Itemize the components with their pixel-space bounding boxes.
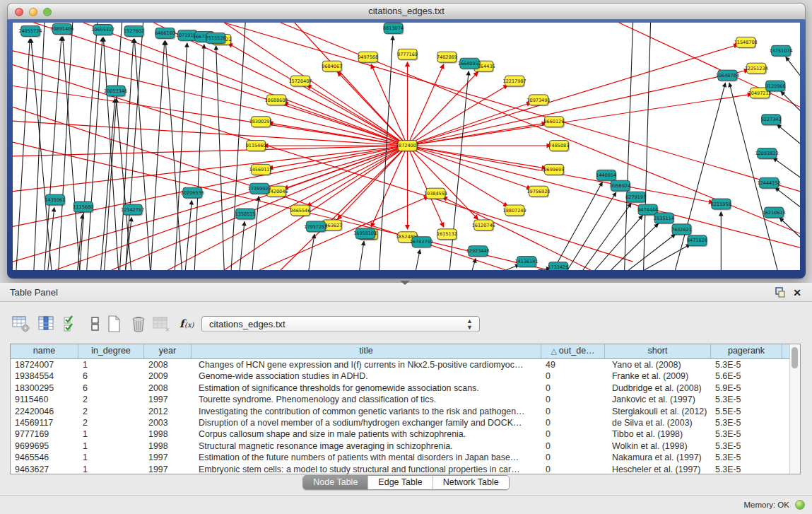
network-node[interactable]: 6466160 bbox=[155, 28, 175, 39]
network-edge[interactable] bbox=[360, 241, 364, 270]
table-cell[interactable]: Estimation of the future numbers of pati… bbox=[192, 452, 541, 463]
network-edge[interactable] bbox=[629, 234, 676, 270]
network-node[interactable]: 10688609 bbox=[265, 95, 288, 106]
network-node[interactable]: 17359928 bbox=[248, 183, 271, 194]
table-cell[interactable]: 2009 bbox=[144, 370, 192, 382]
column-header-short[interactable]: short bbox=[605, 344, 711, 358]
table-cell[interactable]: 1 bbox=[78, 452, 144, 463]
network-node[interactable]: 18807249 bbox=[503, 205, 526, 216]
table-cell[interactable]: 0 bbox=[541, 370, 605, 382]
network-node[interactable]: 9684067 bbox=[322, 61, 342, 72]
network-edge[interactable] bbox=[786, 57, 800, 75]
column-header-in_degree[interactable]: in_degree bbox=[78, 344, 144, 358]
table-cell[interactable]: 9699695 bbox=[11, 440, 78, 452]
network-edge[interactable] bbox=[240, 221, 245, 270]
tab-edge-table[interactable]: Edge Table bbox=[367, 476, 432, 489]
table-cell[interactable]: 1 bbox=[78, 440, 144, 452]
network-node[interactable]: 9699695 bbox=[544, 164, 565, 175]
network-node[interactable]: 19384554 bbox=[424, 188, 447, 199]
network-edge[interactable] bbox=[151, 41, 164, 270]
table-cell[interactable]: 2012 bbox=[144, 406, 192, 417]
network-edge[interactable] bbox=[625, 23, 633, 270]
network-edge[interactable] bbox=[80, 23, 98, 270]
table-cell[interactable]: Tibbo et al. (1998) bbox=[605, 428, 711, 440]
network-node[interactable]: 1435061 bbox=[45, 194, 65, 206]
table-cell[interactable]: 2 bbox=[78, 417, 144, 428]
table-row[interactable]: 1830029562008Estimation of significance … bbox=[11, 382, 800, 394]
table-row[interactable]: 977716911998Corpus callosum shape and si… bbox=[11, 428, 800, 440]
network-node[interactable]: 14136141 bbox=[515, 257, 539, 268]
table-vertical-scrollbar[interactable] bbox=[789, 344, 800, 474]
network-node[interactable]: 10648784 bbox=[716, 70, 739, 81]
table-row[interactable]: 946362711997Embryonic stem cells: a mode… bbox=[11, 464, 800, 475]
table-settings-icon[interactable] bbox=[11, 314, 31, 334]
network-node[interactable]: 8215958 bbox=[711, 199, 731, 210]
network-node[interactable]: 9227343 bbox=[761, 115, 782, 126]
network-edge[interactable] bbox=[120, 39, 134, 270]
network-node[interactable]: 10655327 bbox=[91, 24, 114, 35]
panel-splitter-handle[interactable] bbox=[400, 281, 410, 285]
network-node[interactable]: 12217987 bbox=[503, 76, 526, 87]
network-edge[interactable] bbox=[644, 23, 651, 270]
table-cell[interactable]: 18724007 bbox=[11, 359, 78, 370]
network-edge[interactable] bbox=[619, 23, 800, 107]
network-edge[interactable] bbox=[407, 146, 800, 247]
table-cell[interactable]: Disruption of a novel member of a sodium… bbox=[192, 417, 541, 428]
table-cell[interactable]: 14569117 bbox=[11, 417, 78, 428]
network-node[interactable]: 19756928 bbox=[527, 186, 551, 197]
network-edge[interactable] bbox=[224, 23, 800, 192]
table-cell[interactable]: 5.9E-5 bbox=[711, 382, 782, 394]
network-node[interactable]: 8660126 bbox=[544, 117, 565, 128]
table-cell[interactable]: 1 bbox=[78, 464, 144, 475]
delete-icon[interactable] bbox=[129, 314, 148, 334]
network-edge[interactable] bbox=[407, 85, 507, 146]
network-edge[interactable] bbox=[83, 23, 408, 146]
network-edge[interactable] bbox=[407, 70, 748, 146]
table-cell[interactable]: 49 bbox=[541, 359, 605, 370]
tab-node-table[interactable]: Node Table bbox=[303, 476, 367, 489]
table-cell[interactable]: Corpus callosum shape and size in male p… bbox=[192, 428, 541, 440]
network-node[interactable]: 9777169 bbox=[397, 49, 418, 60]
table-cell[interactable]: de Silva et al. (2003) bbox=[605, 417, 711, 428]
table-cell[interactable]: 5.3E-5 bbox=[711, 394, 782, 405]
network-edge[interactable] bbox=[407, 146, 443, 227]
network-edge[interactable] bbox=[34, 23, 45, 270]
column-header-name[interactable]: name bbox=[11, 344, 78, 358]
network-node[interactable]: 8958924 bbox=[610, 180, 630, 192]
table-cell[interactable]: 5.3E-5 bbox=[711, 464, 782, 475]
table-cell[interactable]: 0 bbox=[541, 452, 605, 463]
network-edge[interactable] bbox=[13, 146, 407, 156]
network-node[interactable]: 9129966 bbox=[765, 81, 786, 92]
table-cell[interactable]: 2008 bbox=[144, 359, 192, 370]
network-node[interactable]: 9465546 bbox=[290, 205, 310, 216]
table-cell[interactable]: 1998 bbox=[144, 440, 192, 452]
network-node[interactable]: 12444158 bbox=[758, 177, 781, 189]
table-cell[interactable]: 6 bbox=[78, 382, 144, 394]
network-node[interactable]: 16958107 bbox=[353, 228, 377, 240]
network-node[interactable]: 17957253 bbox=[304, 221, 327, 233]
network-node[interactable]: 1440954 bbox=[596, 170, 616, 181]
table-cell[interactable]: 1 bbox=[78, 359, 144, 370]
network-edge[interactable] bbox=[645, 245, 690, 270]
network-edge[interactable] bbox=[611, 223, 659, 270]
table-cell[interactable]: 22420046 bbox=[11, 406, 78, 417]
network-edge[interactable] bbox=[216, 46, 225, 270]
network-edge[interactable] bbox=[194, 45, 204, 270]
table-row[interactable]: 946554611997Estimation of the future num… bbox=[11, 452, 800, 463]
table-cell[interactable]: 1997 bbox=[144, 394, 192, 405]
network-node[interactable]: 13751074 bbox=[770, 45, 793, 57]
network-node[interactable]: 14569117 bbox=[249, 164, 273, 175]
table-source-dropdown[interactable]: citations_edges.txt ▲▼ bbox=[201, 316, 480, 332]
close-panel-icon[interactable]: ✕ bbox=[791, 286, 804, 299]
network-edge[interactable] bbox=[55, 146, 408, 270]
table-cell[interactable]: 0 bbox=[541, 440, 605, 452]
table-row[interactable]: 911546021997Tourette syndrome. Phenomeno… bbox=[11, 394, 800, 405]
table-cell[interactable]: 9115460 bbox=[11, 394, 78, 405]
table-cell[interactable]: Embryonic stem cells: a model to study s… bbox=[192, 464, 541, 475]
network-node[interactable]: 18300295 bbox=[249, 117, 273, 128]
network-edge[interactable] bbox=[407, 146, 531, 189]
table-cell[interactable]: 18300295 bbox=[11, 382, 78, 394]
table-row[interactable]: 2242004622012Investigating the contribut… bbox=[11, 406, 800, 417]
network-edge[interactable] bbox=[117, 98, 131, 270]
table-cell[interactable]: 5.3E-5 bbox=[711, 452, 782, 463]
